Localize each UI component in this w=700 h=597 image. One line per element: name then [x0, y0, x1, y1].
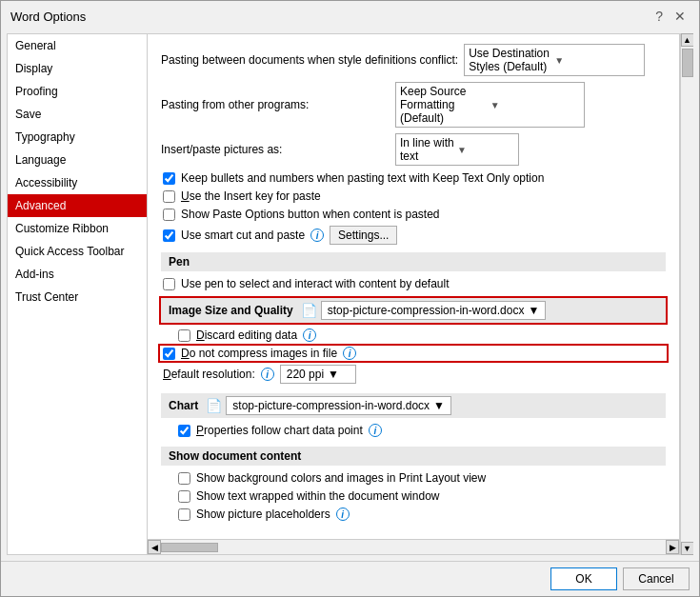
dialog-title: Word Options — [10, 10, 86, 24]
settings-button[interactable]: Settings... — [330, 226, 397, 245]
insert-paste-value: In line with text — [400, 136, 457, 163]
sidebar-item-accessibility[interactable]: Accessibility — [8, 171, 147, 194]
pen-section-header: Pen — [161, 252, 666, 271]
insert-key-label: Use the Insert key for paste — [181, 189, 321, 203]
keep-bullets-row: Keep bullets and numbers when pasting te… — [161, 171, 666, 185]
pasting-from-row: Pasting from other programs: Keep Source… — [161, 82, 666, 128]
title-bar: Word Options ? ✕ — [1, 1, 699, 28]
sidebar-item-typography[interactable]: Typography — [8, 126, 147, 149]
main-panel: Pasting between documents when style def… — [148, 33, 680, 555]
sidebar-item-general[interactable]: General — [8, 34, 147, 57]
title-bar-controls: ? ✕ — [651, 9, 690, 24]
pasting-from-value: Keep Source Formatting (Default) — [400, 85, 490, 125]
pasting-from-dropdown[interactable]: Keep Source Formatting (Default) ▼ — [395, 82, 585, 128]
show-doc-section-header: Show document content — [161, 447, 666, 466]
pen-section-title: Pen — [169, 255, 190, 269]
smart-cut-checkbox[interactable] — [163, 229, 175, 242]
resolution-value: 220 ppi — [287, 368, 324, 381]
image-file-name: stop-picture-compression-in-word.docx — [328, 304, 525, 317]
pasting-from-label: Pasting from other programs: — [161, 98, 390, 111]
vscrollbar-up-arrow[interactable]: ▲ — [681, 33, 694, 47]
show-background-checkbox[interactable] — [178, 472, 190, 485]
smart-cut-row: Use smart cut and paste i Settings... — [161, 226, 666, 245]
show-background-label: Show background colors and images in Pri… — [196, 471, 486, 485]
do-not-compress-info-icon[interactable]: i — [343, 347, 356, 360]
horizontal-scrollbar[interactable]: ◀ ▶ — [148, 539, 679, 554]
cancel-button[interactable]: Cancel — [623, 567, 690, 590]
sidebar-item-quick-access[interactable]: Quick Access Toolbar — [8, 240, 147, 263]
sidebar-item-customize-ribbon[interactable]: Customize Ribbon — [8, 217, 147, 240]
chart-file-dropdown[interactable]: stop-picture-compression-in-word.docx ▼ — [226, 396, 451, 415]
doc-icon: 📄 — [301, 303, 317, 318]
resolution-dropdown[interactable]: 220 ppi ▼ — [280, 365, 356, 384]
resolution-dropdown-arrow: ▼ — [328, 368, 339, 381]
properties-follow-checkbox[interactable] — [178, 425, 190, 437]
discard-editing-info-icon[interactable]: i — [303, 328, 316, 342]
pasting-from-arrow: ▼ — [490, 100, 581, 110]
chart-file-dropdown-arrow: ▼ — [433, 399, 445, 412]
sidebar-item-proofing[interactable]: Proofing — [8, 80, 147, 103]
insert-paste-label: Insert/paste pictures as: — [161, 143, 390, 156]
show-paste-label: Show Paste Options button when content i… — [181, 208, 440, 221]
vertical-scrollbar[interactable]: ▲ ▼ — [680, 33, 693, 555]
properties-follow-row: Properties follow chart data point i — [161, 424, 666, 437]
insert-paste-arrow: ▼ — [457, 145, 514, 155]
hscrollbar-thumb[interactable] — [161, 543, 218, 552]
chart-doc-icon: 📄 — [206, 398, 222, 413]
help-button[interactable]: ? — [651, 9, 667, 24]
insert-paste-dropdown[interactable]: In line with text ▼ — [395, 133, 519, 166]
resolution-info-icon[interactable]: i — [261, 368, 274, 381]
show-picture-checkbox[interactable] — [178, 508, 190, 521]
show-text-wrapped-row: Show text wrapped within the document wi… — [161, 489, 666, 503]
pasting-between-docs-value: Use Destination Styles (Default) — [469, 47, 554, 73]
chart-section-title: Chart — [169, 399, 198, 412]
chart-file-name: stop-picture-compression-in-word.docx — [232, 399, 430, 412]
show-paste-row: Show Paste Options button when content i… — [161, 208, 666, 221]
show-picture-row: Show picture placeholders i — [161, 507, 666, 521]
insert-key-checkbox[interactable] — [163, 190, 175, 203]
smart-cut-info-icon[interactable]: i — [310, 229, 324, 242]
vscrollbar-down-arrow[interactable]: ▼ — [681, 542, 694, 555]
sidebar-item-language[interactable]: Language — [8, 149, 147, 171]
pasting-between-docs-label: Pasting between documents when style def… — [161, 53, 458, 67]
keep-bullets-checkbox[interactable] — [163, 172, 175, 185]
image-file-selector: 📄 stop-picture-compression-in-word.docx … — [301, 301, 547, 320]
default-resolution-row: Default resolution: i 220 ppi ▼ — [161, 365, 666, 384]
do-not-compress-checkbox[interactable] — [163, 348, 175, 360]
vscrollbar-thumb[interactable] — [682, 49, 693, 77]
show-text-wrapped-checkbox[interactable] — [178, 490, 190, 503]
discard-editing-row: Discard editing data i — [161, 328, 666, 342]
properties-follow-info-icon[interactable]: i — [369, 424, 382, 437]
main-scroll-area[interactable]: Pasting between documents when style def… — [148, 34, 679, 539]
image-file-dropdown[interactable]: stop-picture-compression-in-word.docx ▼ — [321, 301, 547, 320]
smart-cut-label: Use smart cut and paste — [181, 229, 305, 242]
close-button[interactable]: ✕ — [670, 9, 690, 24]
sidebar-item-display[interactable]: Display — [8, 57, 147, 80]
pasting-between-docs-arrow: ▼ — [554, 55, 640, 66]
discard-editing-label: Discard editing data — [196, 328, 297, 342]
do-not-compress-row: Do not compress images in file i — [161, 347, 666, 360]
ok-button[interactable]: OK — [550, 567, 617, 590]
pasting-between-docs-dropdown[interactable]: Use Destination Styles (Default) ▼ — [464, 44, 645, 76]
discard-editing-checkbox[interactable] — [178, 329, 190, 342]
hscrollbar-right-arrow[interactable]: ▶ — [666, 540, 679, 554]
sidebar: General Display Proofing Save Typography… — [7, 33, 148, 555]
show-picture-info-icon[interactable]: i — [336, 507, 350, 521]
hscrollbar-left-arrow[interactable]: ◀ — [148, 540, 161, 554]
sidebar-item-add-ins[interactable]: Add-ins — [8, 263, 147, 286]
do-not-compress-label: Do not compress images in file — [181, 347, 337, 360]
show-text-wrapped-label: Show text wrapped within the document wi… — [196, 489, 439, 503]
pasting-between-docs-row: Pasting between documents when style def… — [161, 44, 666, 76]
hscrollbar-track — [161, 542, 666, 553]
sidebar-item-save[interactable]: Save — [8, 103, 147, 126]
show-paste-checkbox[interactable] — [163, 209, 175, 221]
pen-checkbox-label: Use pen to select and interact with cont… — [181, 277, 450, 290]
main-panel-container: Pasting between documents when style def… — [148, 33, 693, 555]
sidebar-item-advanced[interactable]: Advanced — [8, 194, 147, 217]
sidebar-item-trust-center[interactable]: Trust Center — [8, 286, 147, 308]
insert-paste-row: Insert/paste pictures as: In line with t… — [161, 133, 666, 166]
show-picture-label: Show picture placeholders — [196, 507, 330, 521]
pen-checkbox[interactable] — [163, 278, 175, 290]
image-file-dropdown-arrow: ▼ — [528, 304, 539, 317]
image-size-section-header: Image Size and Quality 📄 stop-picture-co… — [161, 298, 666, 323]
